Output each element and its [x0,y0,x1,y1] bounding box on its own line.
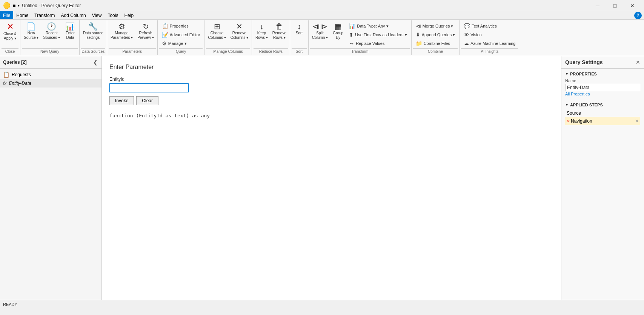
menu-item-help[interactable]: Help [121,11,137,19]
group-by-label: GroupBy [333,31,343,40]
refresh-preview-button[interactable]: ↻ RefreshPreview ▾ [135,21,155,41]
remove-rows-button[interactable]: 🗑 RemoveRows ▾ [271,21,288,41]
query-settings-header: Query Settings ✕ [561,56,644,69]
invoke-button[interactable]: Invoke [109,96,134,105]
content-area: Enter Parameter EntityId Invoke Clear fu… [102,56,561,300]
minimize-button[interactable]: ─ [589,0,606,11]
use-first-row-button[interactable]: ⬆ Use First Row as Headers ▾ [346,31,409,39]
replace-values-button[interactable]: ↔ Replace Values [346,39,409,48]
entity-id-label: EntityId [109,77,553,82]
transform-group-label: Transform [310,48,410,54]
menu-item-add-column[interactable]: Add Column [58,11,89,19]
new-source-icon: 📄 [26,23,36,30]
recent-sources-button[interactable]: 🕐 RecentSources ▾ [41,21,61,41]
window-close-button[interactable]: ✕ [624,0,641,11]
split-column-label: SplitColumn ▾ [312,31,328,40]
all-properties-link[interactable]: All Properties [565,92,590,96]
collapse-panel-button[interactable]: ❮ [92,58,98,66]
data-type-icon: 📊 [349,23,355,29]
entity-id-input[interactable] [109,83,189,92]
main-layout: Queries [2] ❮ 📋 Requests fx Entity-Data … [0,56,644,300]
step-navigation[interactable]: ✕ Navigation ✕ [565,117,640,125]
data-type-button[interactable]: 📊 Data Type: Any ▾ [346,22,409,30]
status-text: READY [3,302,17,307]
manage-parameters-icon: ⚙ [118,23,125,30]
vision-button[interactable]: 👁 Vision [461,31,518,39]
keep-rows-button[interactable]: ↓ KeepRows ▾ [254,21,270,41]
ribbon-group-close: ✕ Close &Apply ▾ Close [0,20,20,55]
properties-label: Properties [170,24,189,28]
ribbon-group-transform: ⧏⧐ SplitColumn ▾ ▦ GroupBy 📊 Data Type: … [309,20,412,55]
menu-item-view[interactable]: View [89,11,105,19]
ribbon-group-combine: ⧏ Merge Queries ▾ ⬇ Append Queries ▾ 📁 C… [412,20,460,55]
maximize-button[interactable]: □ [606,0,624,11]
menu-item-transform[interactable]: Transform [31,11,58,19]
data-source-settings-button[interactable]: 🔧 Data sourcesettings [81,21,105,41]
sort-button[interactable]: ↕ Sort [292,21,307,37]
manage-columns-group-label: Manage Columns [206,48,250,54]
status-bar: READY [0,300,644,308]
advanced-editor-button[interactable]: 📝 Advanced Editor [159,31,203,39]
merge-queries-label: Merge Queries ▾ [423,24,453,29]
requests-label: Requests [12,72,31,77]
clear-button[interactable]: Clear [136,96,158,105]
entity-data-label: Entity-Data [9,81,31,86]
menu-item-tools[interactable]: Tools [105,11,121,19]
title-bar-controls: ─ □ ✕ [589,0,641,11]
step-navigation-label: Navigation [571,118,635,124]
combine-files-button[interactable]: 📁 Combine Files [413,39,458,48]
recent-sources-icon: 🕐 [47,23,56,30]
title-text: Untitled - Power Query Editor [22,3,81,8]
manage-button[interactable]: ⚙ Manage ▾ [159,39,203,48]
close-apply-button[interactable]: ✕ Close &Apply ▾ [2,21,18,42]
manage-parameters-button[interactable]: ⚙ ManageParameters ▾ [109,21,135,41]
query-item-entity-data[interactable]: fx Entity-Data [0,79,101,88]
ribbon-group-query: 📋 Properties 📝 Advanced Editor ⚙ Manage … [158,20,205,55]
remove-columns-button[interactable]: ✕ RemoveColumns ▾ [229,21,250,41]
applied-steps-list: Source ✕ Navigation ✕ [565,109,640,125]
merge-queries-button[interactable]: ⧏ Merge Queries ▾ [413,22,458,30]
requests-icon: 📋 [3,72,9,78]
azure-ml-button[interactable]: ☁ Azure Machine Learning [461,39,518,48]
text-analytics-button[interactable]: 💬 Text Analytics [461,22,518,30]
function-text: function (EntityId as text) as any [109,113,553,118]
menu-item-home[interactable]: Home [13,11,31,19]
choose-columns-button[interactable]: ⊞ ChooseColumns ▾ [206,21,227,41]
query-item-requests[interactable]: 📋 Requests [0,70,101,79]
ribbon-group-manage-columns: ⊞ ChooseColumns ▾ ✕ RemoveColumns ▾ Mana… [204,20,252,55]
remove-rows-icon: 🗑 [275,23,283,30]
name-label: Name [565,78,640,83]
enter-data-button[interactable]: 📊 EnterData [63,21,78,41]
title-dropdown-arrow[interactable]: ▾ [18,3,20,8]
properties-section: PROPERTIES Name All Properties [561,69,644,100]
append-queries-button[interactable]: ⬇ Append Queries ▾ [413,31,458,39]
manage-parameters-label: ManageParameters ▾ [111,31,133,40]
queries-panel: Queries [2] ❮ 📋 Requests fx Entity-Data [0,56,102,300]
sort-icon: ↕ [297,23,301,30]
properties-icon: 📋 [162,23,168,29]
group-by-button[interactable]: ▦ GroupBy [330,21,346,41]
ribbon-group-new-query: 📄 NewSource ▾ 🕐 RecentSources ▾ 📊 EnterD… [20,20,80,55]
query-settings-close-button[interactable]: ✕ [636,59,640,65]
remove-columns-label: RemoveColumns ▾ [231,31,248,40]
menu-item-file[interactable]: File [0,11,13,19]
combine-files-label: Combine Files [424,41,450,46]
data-sources-group-label: Data Sources [81,48,105,54]
step-source[interactable]: Source [565,109,640,117]
parameters-group-label: Parameters [109,48,156,54]
split-column-button[interactable]: ⧏⧐ SplitColumn ▾ [310,21,330,41]
new-source-button[interactable]: 📄 NewSource ▾ [22,21,40,41]
properties-button[interactable]: 📋 Properties [159,22,203,30]
ribbon-content: ✕ Close &Apply ▾ Close 📄 NewSource ▾ 🕐 R… [0,20,644,56]
text-analytics-label: Text Analytics [472,24,497,28]
name-input[interactable] [565,84,640,91]
remove-rows-label: RemoveRows ▾ [272,31,286,40]
queries-header: Queries [2] ❮ [0,56,101,69]
step-source-label: Source [567,111,639,116]
choose-columns-icon: ⊞ [214,23,220,30]
combine-group-label: Combine [413,48,458,54]
choose-columns-label: ChooseColumns ▾ [208,31,226,40]
step-navigation-delete-icon[interactable]: ✕ [635,118,639,124]
sort-group-label: Sort [292,48,307,54]
help-button[interactable]: ? [634,12,642,19]
